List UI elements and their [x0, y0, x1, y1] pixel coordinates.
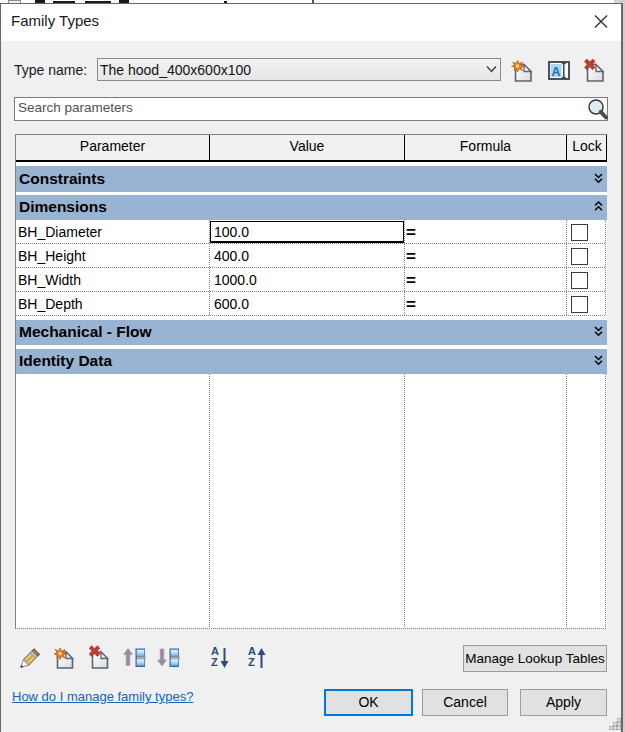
svg-text:Z: Z — [248, 656, 255, 668]
svg-text:Z: Z — [211, 656, 218, 668]
svg-text:A: A — [551, 65, 560, 79]
